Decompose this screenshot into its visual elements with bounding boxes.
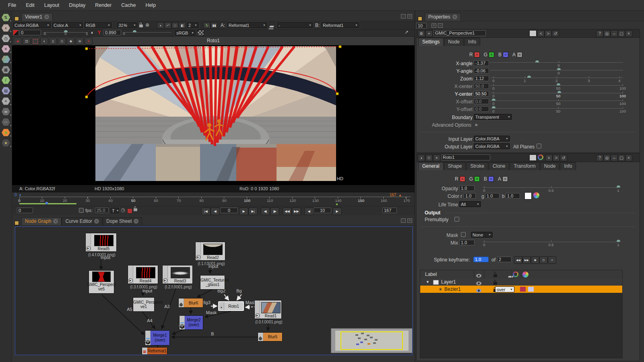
maximize-pane-icon[interactable] [401, 218, 406, 223]
prev-frame-button[interactable]: ◀ [211, 208, 220, 215]
play-backward-button[interactable]: ◀| [261, 208, 270, 215]
tab-node[interactable]: Node [444, 38, 464, 46]
float-panel-icon[interactable]: ▢ [618, 30, 625, 37]
tab-curve-editor[interactable]: Curve Editor× [62, 217, 103, 225]
mix-slider[interactable]: 0 0.5 1 [483, 239, 619, 247]
wipe-mode-dropdown[interactable]: -▼ [277, 22, 313, 28]
undo-icon[interactable]: < [545, 154, 553, 161]
x-offset-slider[interactable]: 0 50 100 [490, 97, 623, 105]
blue-channel-checkbox[interactable] [488, 176, 494, 182]
node-merge2[interactable]: Merge2(over) [179, 315, 203, 330]
gmic-nodes-icon[interactable]: ☻▾ [2, 129, 10, 136]
add-knob-icon[interactable]: + [433, 154, 440, 161]
node-gmic-perspective5[interactable]: GMIC_Perspectve5 [89, 270, 114, 294]
clip-to-project-icon[interactable]: ◖ [157, 22, 164, 29]
node-name-field[interactable]: GMIC_Perspective1 [433, 30, 486, 36]
add-keyframe-button[interactable]: ◈ [531, 256, 539, 264]
tab-clone[interactable]: Clone [489, 162, 509, 170]
mask-checkbox[interactable] [461, 232, 466, 237]
pause-updates-icon[interactable]: ▮▮ [211, 22, 218, 29]
layer-dropdown[interactable]: Color.RGBA▼ [13, 22, 51, 28]
lock-toggle-icon[interactable] [493, 282, 497, 285]
clock-icon[interactable]: ◷ [121, 207, 125, 213]
spline-keyframe-field[interactable]: 1.0 [473, 257, 489, 262]
help-icon[interactable]: ? [596, 30, 603, 37]
refresh-icon[interactable]: ↻ [203, 22, 211, 29]
y-offset-slider[interactable]: 0 50 100 [490, 105, 623, 113]
close-pane-icon[interactable]: × [407, 14, 412, 19]
tab-stroke[interactable]: Stroke [466, 162, 488, 170]
close-all-panels-icon[interactable]: × [431, 23, 436, 28]
roto-display-feather-icon[interactable] [31, 37, 39, 45]
tab-info[interactable]: Info [464, 38, 480, 46]
lock-timeline-icon[interactable] [134, 206, 137, 212]
layer-row-bezier1-selected[interactable]: ∗ Bezier1 over▼ [420, 286, 622, 293]
proxy-mode-icon[interactable]: ◧ [179, 22, 186, 29]
node-read5[interactable]: ▶ Read5 [85, 233, 117, 252]
close-icon[interactable]: × [452, 14, 457, 19]
node-blur5[interactable]: Blur5 [258, 332, 283, 341]
premultiply-checkbox[interactable] [454, 217, 459, 222]
timeline-ruler[interactable]: 0 ▼ 167 ▲ 0 10 20 30 40 50 60 70 80 90 1… [12, 192, 415, 206]
color-nodes-icon[interactable]: ▾ [2, 56, 10, 63]
gear-icon[interactable]: ⚙ [418, 30, 425, 37]
last-frame-field[interactable]: 167 [382, 208, 397, 213]
restore-defaults-icon[interactable]: ↺ [560, 154, 567, 161]
gain-slider[interactable]: -5 0 5 [43, 29, 88, 36]
prev-keyframe-button[interactable]: ◀◀ [283, 208, 292, 215]
end-marker-icon[interactable]: ▲ [398, 193, 402, 197]
layer-row-layer1[interactable]: ▼ Layer1 [420, 278, 622, 286]
colorspace-dropdown[interactable]: sRGB▼ [175, 30, 196, 36]
roto-handle-ml[interactable] [85, 96, 88, 98]
tab-transform[interactable]: Transform [510, 162, 539, 170]
maximize-pane-icon[interactable] [401, 14, 406, 19]
node-gmic-perspective1[interactable]: GMIC_Perspective1 [133, 297, 155, 312]
play-forward-button[interactable]: |▶ [270, 208, 279, 215]
roto-handle-tl[interactable] [85, 47, 88, 50]
mask-dropdown[interactable]: None▼ [471, 232, 493, 238]
expand-group-icon[interactable]: ▶ [475, 123, 478, 127]
restore-defaults-icon[interactable]: ↺ [552, 30, 559, 37]
menu-render[interactable]: Render [90, 2, 116, 8]
fps-field[interactable]: 25.0 [95, 208, 109, 213]
mix-field[interactable]: 1.0 [459, 240, 475, 245]
close-icon[interactable]: × [44, 14, 49, 19]
node-graph-canvas[interactable]: Input Input Input A3 A4 A5 B Mask Bg2 Bg… [15, 226, 413, 355]
node-color-swatch[interactable] [529, 30, 537, 37]
red-channel-checkbox[interactable] [474, 52, 480, 58]
x-center-field[interactable]: 50.0 [474, 83, 489, 89]
roto-handle-mr[interactable] [336, 93, 339, 95]
close-panel-icon[interactable]: × [625, 30, 632, 37]
color-g-field[interactable]: 1.0 [485, 193, 500, 199]
x-angle-slider[interactable]: 0 [490, 59, 623, 67]
first-frame-field[interactable]: 0 [17, 208, 33, 213]
zoom-lock-icon[interactable] [139, 23, 143, 29]
color-r-field[interactable]: 1.0 [464, 193, 476, 199]
overlay-color-swatch[interactable] [528, 287, 534, 292]
alpha-channel-checkbox[interactable] [502, 176, 508, 182]
roto-add-points-icon[interactable]: ◈ [67, 37, 75, 45]
close-icon[interactable]: × [134, 219, 138, 224]
gear-icon[interactable]: ⚙ [425, 154, 433, 161]
close-icon[interactable]: × [94, 219, 99, 224]
full-frame-icon[interactable]: ∘° [164, 22, 171, 29]
preview-toggle-icon[interactable]: ▶ [196, 255, 200, 259]
fps-checkbox[interactable] [79, 208, 84, 213]
close-icon[interactable]: × [53, 219, 58, 224]
preview-toggle-icon[interactable]: ▶ [255, 313, 260, 318]
preview-toggle-icon[interactable]: ▶ [86, 246, 91, 251]
luminance-icon[interactable]: Y [97, 29, 101, 35]
x-angle-field[interactable]: -1.37 [474, 60, 489, 66]
tab-shape[interactable]: Shape [444, 162, 466, 170]
tab-settings[interactable]: Settings [418, 38, 444, 46]
keyer-nodes-icon[interactable]: /▾ [2, 76, 10, 84]
views-nodes-icon[interactable]: ∞▾ [2, 108, 10, 115]
pane-menu-icon[interactable] [14, 16, 19, 21]
color-swatch[interactable] [524, 192, 532, 200]
expand-icon[interactable]: ↗ [405, 29, 409, 35]
menu-help[interactable]: Help [140, 2, 161, 8]
channel-nodes-icon[interactable]: ≡▾ [2, 45, 10, 53]
frame-increment-field[interactable]: 10 [314, 208, 331, 213]
roto-handle-tr[interactable] [339, 45, 341, 48]
playhead-icon[interactable]: ▼ [19, 193, 22, 197]
